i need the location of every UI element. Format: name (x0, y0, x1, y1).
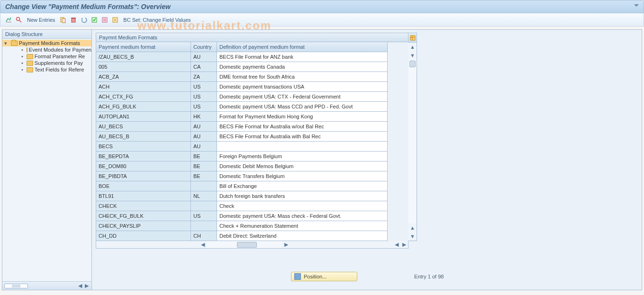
cell-country[interactable]: US (191, 211, 217, 221)
cell-definition[interactable]: Domestic payment USA: Mass check - Feder… (217, 211, 388, 221)
select-block-icon[interactable] (100, 16, 109, 24)
v-scrollbar-thumb[interactable] (409, 61, 416, 67)
cell-format[interactable]: CHECK_FG_BULK (96, 211, 191, 221)
scroll-down-step-icon[interactable]: ▼ (408, 51, 417, 60)
cell-country[interactable]: AU (191, 122, 217, 132)
cell-definition[interactable]: Check (217, 201, 388, 211)
cell-format[interactable]: BOE (96, 181, 191, 191)
cell-definition[interactable]: Foreign Payments Belgium (217, 152, 388, 161)
cell-country[interactable]: AU (191, 132, 217, 142)
cell-definition[interactable]: BECS File Format for ANZ bank (217, 52, 388, 62)
cell-country[interactable]: US (191, 82, 217, 92)
cell-country[interactable]: BE (191, 171, 217, 181)
grid-h-scrollbar[interactable]: ◀ ▶ ◀ ▶ (96, 241, 408, 249)
cell-definition[interactable]: Domestic payments Canada (217, 62, 388, 72)
cell-definition[interactable]: Domestic Transfers Belgium (217, 171, 388, 181)
cell-country[interactable]: AU (191, 142, 217, 152)
cell-format[interactable]: ACH_FG_BULK (96, 102, 191, 112)
cell-country[interactable]: AU (191, 52, 217, 62)
cell-country[interactable] (191, 181, 217, 191)
col-header-definition[interactable]: Definition of payment medium format (217, 42, 388, 52)
content-area: Paymnt Medium Formats Payment medium for… (92, 29, 642, 290)
cell-definition[interactable] (217, 142, 388, 152)
cell-definition[interactable]: Bill of Exchange (217, 181, 388, 191)
bcset-button[interactable]: BC Set: Change Field Values (121, 17, 192, 23)
scroll-left-icon[interactable]: ◀ (199, 241, 207, 248)
toggle-display-icon[interactable] (4, 16, 13, 24)
copy-icon[interactable] (59, 16, 67, 24)
tree-h-scrollbar[interactable] (4, 284, 28, 288)
cell-definition[interactable]: Domestic payment USA: Mass CCD and PPD -… (217, 102, 388, 112)
cell-definition[interactable]: Check + Remuneration Statement (217, 221, 388, 231)
svg-rect-4 (62, 18, 65, 23)
cell-format[interactable]: ACB_ZA (96, 72, 191, 82)
collapse-icon[interactable]: ▾ (4, 40, 9, 46)
cell-definition[interactable]: DME format tree for South Africa (217, 72, 388, 82)
folder-open-icon (11, 41, 18, 46)
deselect-all-icon[interactable] (111, 16, 119, 24)
find-icon[interactable] (15, 16, 23, 24)
cell-definition[interactable]: BECS File Format for Australia w/out Bal… (217, 122, 388, 132)
cell-format[interactable]: /ZAU_BECS_B (96, 52, 191, 62)
cell-country[interactable]: NL (191, 191, 217, 201)
scroll-right-end-icon[interactable]: ▶ (400, 241, 408, 248)
delete-icon[interactable] (69, 16, 78, 24)
cell-format[interactable]: CH_DD (96, 231, 191, 241)
cell-format[interactable]: CHECK_PAYSLIP (96, 221, 191, 231)
cell-country[interactable] (191, 201, 217, 211)
cell-format[interactable]: BECS (96, 142, 191, 152)
tree-item-format-parameter[interactable]: • Format Parameter Re (2, 53, 91, 60)
cell-country[interactable]: BE (191, 161, 217, 171)
cell-country[interactable]: HK (191, 112, 217, 122)
tree-item-label: Format Parameter Re (35, 54, 85, 59)
cell-format[interactable]: BTL91 (96, 191, 191, 201)
table-settings-icon[interactable] (408, 33, 417, 43)
position-button[interactable]: Position... (291, 272, 357, 281)
cell-format[interactable]: ACH_CTX_FG (96, 92, 191, 102)
cell-format[interactable]: AU_BECS_B (96, 132, 191, 142)
tree-item-event-modules[interactable]: • Event Modules for Payment (2, 46, 91, 53)
cell-definition[interactable]: Format for Payment Medium Hong Kong (217, 112, 388, 122)
tree-item-label: Event Modules for Payment (29, 47, 91, 53)
cell-definition[interactable]: Domestic Debit Memos Belgium (217, 161, 388, 171)
scroll-right-icon[interactable]: ▶ (282, 241, 290, 248)
scroll-left-end-icon[interactable]: ◀ (393, 241, 400, 248)
select-all-icon[interactable] (90, 16, 99, 24)
cell-country[interactable] (191, 221, 217, 231)
cell-country[interactable]: CH (191, 231, 217, 241)
cell-country[interactable]: US (191, 92, 217, 102)
cell-format[interactable]: AU_BECS (96, 122, 191, 132)
cell-country[interactable]: US (191, 102, 217, 112)
tree-item-text-fields[interactable]: • Text Fields for Refere (2, 66, 91, 73)
cell-format[interactable]: BE_BEPDTA (96, 152, 191, 161)
cell-definition[interactable]: Domestic payment transactions USA (217, 82, 388, 92)
cell-format[interactable]: CHECK (96, 201, 191, 211)
cell-country[interactable]: CA (191, 62, 217, 72)
tree-item-supplements[interactable]: • Supplements for Pay (2, 60, 91, 66)
folder-icon (27, 47, 27, 53)
cell-format[interactable]: BE_DOM80 (96, 161, 191, 171)
col-header-country[interactable]: Country (191, 42, 217, 52)
cell-definition[interactable]: Domestic payment USA: CTX - Federal Gove… (217, 92, 388, 102)
cell-format[interactable]: BE_PIBDTA (96, 171, 191, 181)
cell-format[interactable]: AUTOPLAN1 (96, 112, 191, 122)
bullet-icon: • (21, 47, 23, 53)
cell-definition[interactable]: BECS File Format for Australia with Bal … (217, 132, 388, 142)
col-header-format[interactable]: Payment medium format (96, 42, 191, 52)
tree-scroll-left-icon[interactable]: ◀ (77, 283, 83, 289)
undo-icon[interactable] (80, 16, 88, 24)
scroll-down-icon[interactable]: ▼ (408, 232, 417, 241)
v-scrollbar-track[interactable] (408, 60, 417, 223)
tree-root-payment-medium-formats[interactable]: ▾ Payment Medium Formats (2, 40, 91, 46)
cell-definition[interactable]: Dutch foreign bank transfers (217, 191, 388, 201)
scroll-up-icon[interactable]: ▲ (408, 43, 417, 51)
svg-rect-9 (103, 18, 106, 21)
cell-format[interactable]: ACH (96, 82, 191, 92)
cell-format[interactable]: 005 (96, 62, 191, 72)
cell-definition[interactable]: Debit Direct: Switzerland (217, 231, 388, 241)
cell-country[interactable]: ZA (191, 72, 217, 82)
scroll-up-end-icon[interactable]: ▲ (408, 223, 417, 232)
cell-country[interactable]: BE (191, 152, 217, 161)
tree-scroll-right-icon[interactable]: ▶ (84, 283, 90, 289)
new-entries-button[interactable]: New Entries (25, 17, 57, 23)
